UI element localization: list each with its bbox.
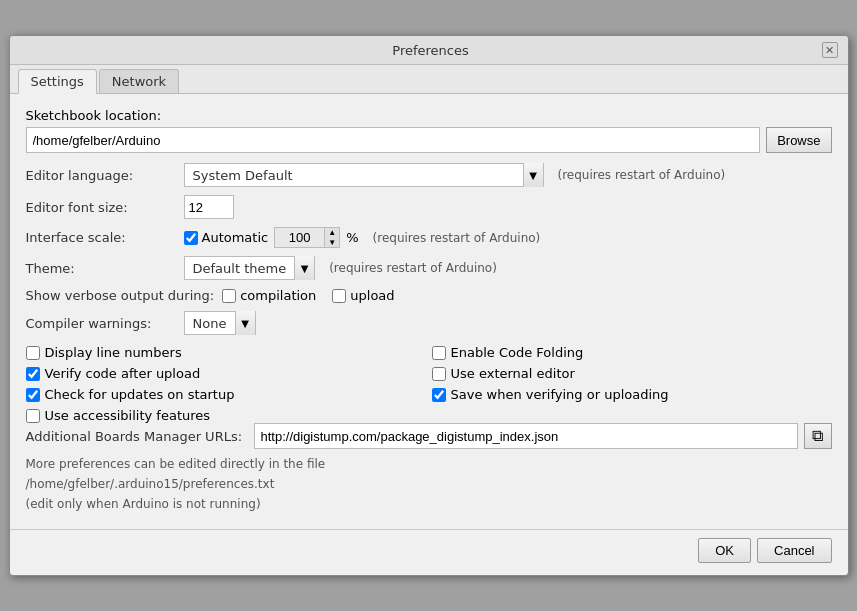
- urls-input[interactable]: [254, 423, 798, 449]
- urls-row: Additional Boards Manager URLs: ⧉: [26, 423, 832, 449]
- display-line-numbers-text: Display line numbers: [45, 345, 182, 360]
- enable-code-folding-label[interactable]: Enable Code Folding: [432, 345, 832, 360]
- use-external-editor-text: Use external editor: [451, 366, 575, 381]
- upload-label: upload: [350, 288, 394, 303]
- interface-scale-row: Interface scale: Automatic ▲ ▼ % (requir…: [26, 227, 832, 248]
- check-updates-checkbox[interactable]: [26, 388, 40, 402]
- save-when-verifying-label[interactable]: Save when verifying or uploading: [432, 387, 832, 402]
- info-section: More preferences can be edited directly …: [26, 455, 832, 513]
- tabs-bar: Settings Network: [10, 65, 848, 94]
- tab-network[interactable]: Network: [99, 69, 179, 93]
- save-when-verifying-text: Save when verifying or uploading: [451, 387, 669, 402]
- preferences-dialog: Preferences ✕ Settings Network Sketchboo…: [9, 35, 849, 576]
- percent-label: %: [346, 230, 358, 245]
- verbose-row: Show verbose output during: compilation …: [26, 288, 832, 303]
- theme-label: Theme:: [26, 261, 176, 276]
- use-accessibility-checkbox[interactable]: [26, 409, 40, 423]
- verify-code-label[interactable]: Verify code after upload: [26, 366, 426, 381]
- urls-edit-button[interactable]: ⧉: [804, 423, 832, 449]
- upload-checkbox[interactable]: [332, 289, 346, 303]
- display-line-numbers-checkbox[interactable]: [26, 346, 40, 360]
- urls-label: Additional Boards Manager URLs:: [26, 429, 246, 444]
- browse-button[interactable]: Browse: [766, 127, 831, 153]
- compiler-warnings-row: Compiler warnings: None ▼: [26, 311, 832, 335]
- verbose-label: Show verbose output during:: [26, 288, 215, 303]
- use-accessibility-label[interactable]: Use accessibility features: [26, 408, 426, 423]
- compiler-warnings-label: Compiler warnings:: [26, 316, 176, 331]
- automatic-checkbox-label[interactable]: Automatic: [184, 230, 269, 245]
- urls-section: Additional Boards Manager URLs: ⧉: [26, 423, 832, 449]
- scale-controls: Automatic ▲ ▼ % (requires restart of Ard…: [184, 227, 541, 248]
- theme-row: Theme: Default theme ▼ (requires restart…: [26, 256, 832, 280]
- display-line-numbers-label[interactable]: Display line numbers: [26, 345, 426, 360]
- editor-font-size-label: Editor font size:: [26, 200, 176, 215]
- compiler-warnings-value: None: [185, 314, 235, 333]
- info-line3: (edit only when Arduino is not running): [26, 495, 832, 513]
- urls-input-row: ⧉: [254, 423, 832, 449]
- left-checkboxes: Display line numbers Verify code after u…: [26, 345, 426, 423]
- verify-code-text: Verify code after upload: [45, 366, 201, 381]
- ok-button[interactable]: OK: [698, 538, 751, 563]
- use-external-editor-checkbox[interactable]: [432, 367, 446, 381]
- theme-select-wrapper: Default theme ▼: [184, 256, 316, 280]
- scale-note: (requires restart of Arduino): [373, 231, 541, 245]
- compilation-checkbox-label[interactable]: compilation: [222, 288, 316, 303]
- verify-code-checkbox[interactable]: [26, 367, 40, 381]
- sketchbook-label: Sketchbook location:: [26, 108, 832, 123]
- titlebar: Preferences ✕: [10, 36, 848, 65]
- info-line1: More preferences can be edited directly …: [26, 455, 832, 473]
- compiler-warnings-dropdown-btn[interactable]: ▼: [235, 311, 255, 335]
- tab-settings[interactable]: Settings: [18, 69, 97, 94]
- enable-code-folding-text: Enable Code Folding: [451, 345, 584, 360]
- scale-spin-buttons: ▲ ▼: [324, 227, 340, 248]
- editor-language-value: System Default: [185, 166, 523, 185]
- use-accessibility-text: Use accessibility features: [45, 408, 211, 423]
- theme-dropdown-btn[interactable]: ▼: [294, 256, 314, 280]
- info-line2: /home/gfelber/.arduino15/preferences.txt: [26, 475, 832, 493]
- compilation-checkbox[interactable]: [222, 289, 236, 303]
- editor-language-row: Editor language: System Default ▼ (requi…: [26, 163, 832, 187]
- scale-down-btn[interactable]: ▼: [325, 238, 339, 248]
- check-updates-label[interactable]: Check for updates on startup: [26, 387, 426, 402]
- theme-value: Default theme: [185, 259, 295, 278]
- cancel-button[interactable]: Cancel: [757, 538, 831, 563]
- use-external-editor-label[interactable]: Use external editor: [432, 366, 832, 381]
- dialog-footer: OK Cancel: [10, 529, 848, 575]
- compiler-select-wrapper: None ▼: [184, 311, 256, 335]
- automatic-label: Automatic: [202, 230, 269, 245]
- upload-checkbox-label[interactable]: upload: [332, 288, 394, 303]
- checkboxes-section: Display line numbers Verify code after u…: [26, 345, 832, 423]
- theme-note: (requires restart of Arduino): [329, 261, 497, 275]
- editor-language-dropdown-btn[interactable]: ▼: [523, 163, 543, 187]
- dialog-title: Preferences: [40, 43, 822, 58]
- compilation-label: compilation: [240, 288, 316, 303]
- interface-scale-label: Interface scale:: [26, 230, 176, 245]
- sketchbook-path-input[interactable]: [26, 127, 761, 153]
- scale-up-btn[interactable]: ▲: [325, 228, 339, 238]
- editor-font-size-input[interactable]: [184, 195, 234, 219]
- save-when-verifying-checkbox[interactable]: [432, 388, 446, 402]
- settings-content: Sketchbook location: Browse Editor langu…: [10, 94, 848, 525]
- editor-language-note: (requires restart of Arduino): [558, 168, 726, 182]
- editor-font-size-row: Editor font size:: [26, 195, 832, 219]
- enable-code-folding-checkbox[interactable]: [432, 346, 446, 360]
- check-updates-text: Check for updates on startup: [45, 387, 235, 402]
- sketchbook-row: Browse: [26, 127, 832, 153]
- editor-language-label: Editor language:: [26, 168, 176, 183]
- automatic-checkbox[interactable]: [184, 231, 198, 245]
- right-checkboxes: Enable Code Folding Use external editor …: [432, 345, 832, 402]
- close-button[interactable]: ✕: [822, 42, 838, 58]
- scale-input-wrapper: ▲ ▼: [274, 227, 340, 248]
- scale-value-input[interactable]: [274, 227, 324, 248]
